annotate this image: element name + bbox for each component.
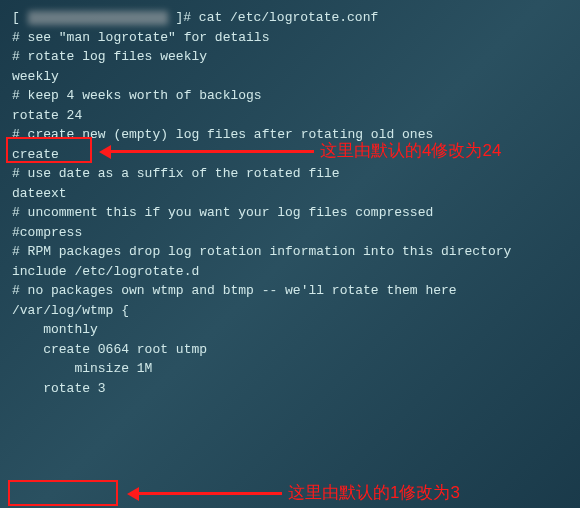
file-line: include /etc/logrotate.d [12,262,568,282]
file-line: /var/log/wtmp { [12,301,568,321]
file-line: # RPM packages drop log rotation informa… [12,242,568,262]
file-line: weekly [12,67,568,87]
file-line: # uncomment this if you want your log fi… [12,203,568,223]
file-line: dateext [12,184,568,204]
file-line: monthly [12,320,568,340]
file-line: # see "man logrotate" for details [12,28,568,48]
file-line: minsize 1M [12,359,568,379]
arrow-icon [104,150,314,153]
file-line: rotate 3 [12,379,568,399]
file-line: # keep 4 weeks worth of backlogs [12,86,568,106]
file-line: # use date as a suffix of the rotated fi… [12,164,568,184]
prompt-suffix: ]# cat /etc/logrotate.conf [175,10,378,25]
prompt-line: [ ]# cat /etc/logrotate.conf [12,8,568,28]
annotation-rotate24: 这里由默认的4修改为24 [320,138,501,164]
highlight-box-rotate3 [8,480,118,506]
file-line: rotate 24 [12,106,568,126]
prompt-blur [28,11,168,25]
file-line: #compress [12,223,568,243]
file-line: create 0664 root utmp [12,340,568,360]
highlight-box-rotate24 [6,137,92,163]
annotation-rotate3: 这里由默认的1修改为3 [288,480,460,506]
file-line: # rotate log files weekly [12,47,568,67]
file-line: # no packages own wtmp and btmp -- we'll… [12,281,568,301]
arrow-icon [132,492,282,495]
